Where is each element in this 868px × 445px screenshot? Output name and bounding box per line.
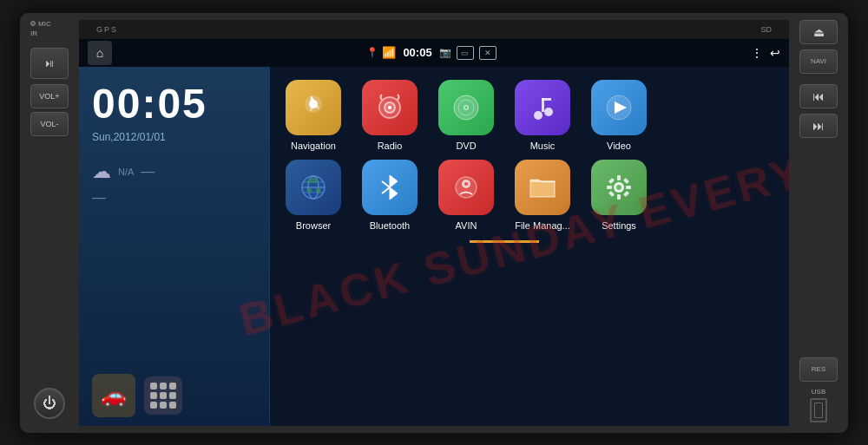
bottom-bar: [279, 239, 780, 243]
bottom-widgets: 🚗: [92, 374, 182, 417]
back-button[interactable]: ↩: [770, 46, 780, 60]
sd-label: SD: [760, 25, 772, 34]
right-panel: ⏏ NAVI ⏮ ⏭ RES USB: [789, 13, 848, 433]
svg-line-25: [382, 187, 390, 193]
main-screen: BLACK SUNDAY EVERYDAY ⌂ 📍 📶 00:05 📷 ▭ ✕: [79, 39, 789, 426]
browser-svg: [298, 172, 329, 203]
svg-rect-31: [617, 175, 621, 180]
next-button[interactable]: ⏭: [799, 114, 838, 138]
power-button[interactable]: ⏻: [34, 388, 65, 419]
svg-point-11: [534, 111, 542, 120]
video-svg: [604, 93, 634, 122]
app-bluetooth[interactable]: Bluetooth: [355, 160, 424, 231]
grid-dot-9: [169, 402, 176, 409]
play-pause-button[interactable]: ⏯: [30, 48, 69, 79]
status-icons: 📍 📶: [366, 46, 396, 59]
mic-dot: [30, 21, 36, 26]
left-panel: MIC IR ⏯ VOL+ VOL- ⏻: [20, 13, 79, 433]
browser-icon-box: [286, 160, 341, 215]
video-label: Video: [607, 141, 631, 151]
navi-section: NAVI: [799, 49, 838, 74]
vol-plus-button[interactable]: VOL+: [30, 84, 69, 108]
vol-minus-button[interactable]: VOL-: [30, 112, 69, 136]
svg-point-30: [616, 185, 621, 190]
gps-label: GPS: [96, 25, 118, 34]
dvd-icon: [438, 80, 494, 135]
svg-rect-34: [626, 186, 631, 189]
screen-status-icon: ▭: [457, 46, 474, 60]
filemanager-icon-box: [515, 160, 570, 215]
weather-area: ☁ N/A — —: [92, 160, 256, 206]
weather-row-2: —: [92, 190, 256, 206]
svg-rect-32: [617, 194, 621, 200]
grid-dot-5: [160, 392, 167, 399]
app-avin[interactable]: AVIN: [431, 160, 501, 231]
settings-svg: [603, 172, 635, 203]
home-button[interactable]: ⌂: [88, 41, 112, 65]
menu-dots[interactable]: ⋮: [751, 46, 763, 60]
svg-rect-36: [623, 177, 629, 183]
grid-dot-8: [160, 402, 167, 409]
apps-grid: Navigation: [270, 67, 789, 426]
grid-dot-7: [150, 402, 157, 409]
usb-inner: [814, 402, 823, 418]
app-radio[interactable]: Radio: [355, 80, 424, 151]
app-filemanager[interactable]: File Manag...: [508, 160, 577, 231]
filemanager-label: File Manag...: [515, 220, 570, 231]
car-head-unit: MIC IR ⏯ VOL+ VOL- ⏻ GPS SD: [17, 10, 851, 435]
weather-dash: —: [141, 164, 155, 180]
svg-marker-22: [390, 175, 398, 187]
res-button[interactable]: RES: [799, 357, 838, 382]
grid-dot-3: [169, 383, 176, 389]
browser-label: Browser: [296, 220, 331, 231]
grid-dot-1: [150, 383, 157, 389]
app-browser[interactable]: Browser: [279, 160, 348, 231]
settings-label: Settings: [602, 220, 636, 231]
app-navigation[interactable]: Navigation: [279, 80, 348, 151]
grid-dot-4: [150, 392, 157, 399]
svg-point-28: [464, 182, 468, 186]
svg-point-6: [388, 106, 391, 109]
svg-rect-37: [608, 190, 615, 196]
navi-label: NAVI: [811, 57, 826, 65]
usb-port: [810, 398, 827, 422]
grid-widget[interactable]: [144, 376, 182, 415]
app-dvd[interactable]: DVD: [431, 80, 501, 151]
radio-label: Radio: [378, 141, 403, 151]
apps-row-1: Navigation: [279, 80, 780, 151]
svg-rect-38: [623, 190, 629, 196]
app-settings[interactable]: Settings: [584, 160, 654, 231]
svg-line-24: [382, 181, 390, 187]
app-music[interactable]: Music: [508, 80, 577, 151]
music-icon: [515, 80, 570, 135]
status-center: 📍 📶 00:05 📷 ▭ ✕: [119, 46, 744, 60]
navi-button[interactable]: NAVI: [799, 49, 838, 74]
gps-bar: GPS SD: [79, 20, 789, 39]
clock-time: 00:05: [92, 80, 256, 128]
res-section: RES USB: [799, 357, 838, 426]
music-svg: [528, 93, 557, 122]
status-right: 📷 ▭ ✕: [439, 46, 496, 60]
camera-status-icon: 📷: [439, 47, 451, 58]
nav-label: Navigation: [291, 141, 336, 151]
left-controls: ⏯ VOL+ VOL-: [30, 48, 69, 136]
ir-label: IR: [30, 29, 37, 37]
grid-dot-2: [160, 383, 167, 389]
prev-button[interactable]: ⏮: [799, 84, 838, 108]
dvd-label: DVD: [456, 141, 476, 151]
nav-pin-svg: [299, 92, 327, 123]
eject-button[interactable]: ⏏: [799, 20, 838, 44]
clock-widget: 00:05 Sun,2012/01/01 ☁ N/A — — 🚗: [79, 67, 270, 426]
cloud-icon: ☁: [92, 160, 111, 183]
music-label: Music: [530, 141, 556, 151]
screen-container: GPS SD BLACK SUNDAY EVERYDAY ⌂ 📍 📶 00:05…: [79, 13, 789, 433]
usb-label: USB: [812, 388, 825, 396]
status-bar: ⌂ 📍 📶 00:05 📷 ▭ ✕ ⋮ ↩: [79, 39, 789, 67]
svg-point-12: [544, 108, 553, 116]
svg-marker-23: [390, 187, 398, 200]
car-widget[interactable]: 🚗: [92, 374, 135, 417]
svg-rect-35: [608, 177, 615, 183]
bluetooth-label: Bluetooth: [370, 220, 410, 231]
app-video[interactable]: Video: [584, 80, 654, 151]
filemanager-svg: [527, 173, 558, 202]
